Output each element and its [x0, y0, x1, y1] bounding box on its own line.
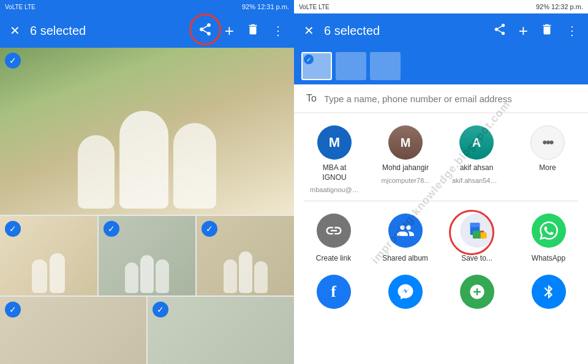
- whatsapp-label: WhatsApp: [532, 254, 565, 262]
- selected-count-left: 6 selected: [30, 24, 188, 38]
- contact-email-akif: akif.ahsan54@...: [452, 177, 501, 184]
- whatsapp-option[interactable]: WhatsApp: [524, 214, 573, 262]
- preview-thumb-1: [301, 52, 332, 80]
- silhouette-3: [173, 123, 216, 209]
- shared-album-icon: [388, 214, 423, 248]
- contact-name-mba: MBA at IGNOU: [310, 163, 359, 182]
- close-button-right[interactable]: ✕: [304, 23, 314, 38]
- main-photo[interactable]: ✓: [0, 48, 294, 215]
- facebook-icon[interactable]: f: [317, 275, 351, 309]
- contact-email-mohd: mjcomputer78...: [382, 177, 430, 184]
- add-button-left[interactable]: +: [225, 21, 234, 40]
- right-battery: 92%: [536, 3, 549, 10]
- save-to-label: Save to...: [461, 254, 492, 262]
- contact-initials-mba: M: [329, 135, 340, 150]
- silhouette-2: [119, 111, 168, 209]
- thumb-photo-5[interactable]: ✓: [148, 297, 294, 364]
- right-status-bar: VoLTE LTE 92% 12:32 p.m.: [294, 0, 588, 13]
- thumb-check-1: ✓: [5, 221, 21, 237]
- thumb-people-1: [32, 253, 65, 293]
- left-network: VoLTE LTE: [5, 4, 36, 10]
- left-panel: VoLTE LTE 92% 12:31 p.m. ✕ 6 selected + …: [0, 0, 294, 364]
- left-status-bar: VoLTE LTE 92% 12:31 p.m.: [0, 0, 294, 13]
- share-options-row: Create link Shared album: [294, 201, 588, 275]
- thumb-photo-1[interactable]: ✓: [0, 216, 97, 295]
- selected-count-right: 6 selected: [324, 24, 483, 38]
- delete-button-right[interactable]: [540, 23, 554, 39]
- thumb-people-3: [224, 251, 268, 293]
- photo-thumbs-row: ✓ ✓ ✓: [0, 216, 294, 295]
- silhouette-1: [78, 135, 115, 209]
- contact-name-more: More: [539, 163, 556, 173]
- right-panel: VoLTE LTE 92% 12:32 p.m. ✕ 6 selected + …: [294, 0, 588, 364]
- svg-rect-4: [472, 231, 480, 239]
- left-toolbar: ✕ 6 selected + ⋮: [0, 13, 294, 48]
- contact-avatar-more: •••: [530, 125, 565, 160]
- create-link-icon: [317, 214, 351, 248]
- google-icon[interactable]: [460, 275, 494, 309]
- whatsapp-icon: [532, 214, 566, 248]
- share-button-left[interactable]: [198, 22, 213, 40]
- contact-initials-mohd: M: [401, 136, 411, 150]
- contact-avatar-mba: M: [317, 125, 352, 160]
- preview-thumb-2: [336, 52, 366, 80]
- people-silhouettes: [78, 111, 216, 209]
- contact-name-akif: akif ahsan: [460, 163, 494, 173]
- thumb-photo-2[interactable]: ✓: [99, 216, 196, 295]
- thumb-check-2: ✓: [104, 221, 119, 237]
- create-link-option[interactable]: Create link: [309, 214, 358, 262]
- to-field[interactable]: To: [294, 84, 588, 113]
- contact-item-more[interactable]: ••• More: [523, 125, 572, 193]
- to-input[interactable]: [324, 94, 576, 104]
- right-network: VoLTE LTE: [299, 4, 330, 10]
- thumb-photo-3[interactable]: ✓: [197, 216, 294, 295]
- share-content: To M MBA at IGNOU mbaatignou@g... M: [294, 48, 588, 364]
- more-button-left[interactable]: ⋮: [272, 23, 284, 38]
- more-dots: •••: [542, 135, 552, 150]
- bluetooth-icon[interactable]: [532, 275, 566, 309]
- delete-button-left[interactable]: [246, 23, 260, 39]
- preview-strip: [294, 48, 588, 84]
- shared-album-option[interactable]: Shared album: [381, 214, 430, 262]
- contact-item-mohd[interactable]: M Mohd jahangir mjcomputer78...: [381, 125, 430, 193]
- more-button-right[interactable]: ⋮: [566, 23, 578, 38]
- thumb-check-5: ✓: [153, 302, 168, 318]
- shared-album-label: Shared album: [382, 254, 428, 262]
- contact-avatar-akif: A: [459, 125, 494, 160]
- right-time: 12:32 p.m.: [551, 3, 583, 10]
- contact-avatar-mohd: M: [388, 125, 423, 160]
- right-network-info: VoLTE LTE: [299, 4, 330, 10]
- save-to-option[interactable]: Save to...: [453, 214, 502, 262]
- left-network-info: VoLTE LTE: [5, 4, 36, 10]
- to-label: To: [306, 93, 317, 104]
- thumb-photo-4[interactable]: ✓: [0, 297, 146, 364]
- save-to-icon: [460, 214, 494, 248]
- close-button[interactable]: ✕: [10, 23, 20, 38]
- contact-initials-akif: A: [472, 136, 481, 150]
- contacts-section: M MBA at IGNOU mbaatignou@g... M Mohd ja…: [294, 113, 588, 201]
- right-toolbar: ✕ 6 selected + ⋮: [294, 13, 588, 48]
- svg-rect-1: [470, 223, 480, 227]
- left-battery: 92%: [242, 3, 255, 10]
- left-time: 12:31 p.m.: [257, 3, 289, 10]
- create-link-label: Create link: [316, 254, 351, 262]
- preview-thumb-3: [370, 52, 401, 80]
- toolbar-actions-right: + ⋮: [493, 21, 578, 40]
- contact-item-mba[interactable]: M MBA at IGNOU mbaatignou@g...: [310, 125, 359, 193]
- thumb-check-4: ✓: [5, 302, 21, 318]
- share-button-right[interactable]: [493, 23, 507, 39]
- photos-grid-left: ✓ ✓ ✓: [0, 48, 294, 364]
- social-row: f: [294, 275, 588, 319]
- main-photo-bg: [0, 48, 294, 215]
- thumb-people-2: [125, 255, 169, 293]
- messenger-icon[interactable]: [388, 275, 423, 309]
- contact-name-mohd: Mohd jahangir: [382, 163, 429, 173]
- contact-email-mba: mbaatignou@g...: [310, 186, 359, 193]
- main-photo-check: ✓: [5, 53, 21, 69]
- toolbar-actions-left: + ⋮: [198, 21, 284, 40]
- add-button-right[interactable]: +: [519, 21, 528, 40]
- photo-bottom-row: ✓ ✓: [0, 297, 294, 364]
- contact-item-akif[interactable]: A akif ahsan akif.ahsan54@...: [452, 125, 501, 193]
